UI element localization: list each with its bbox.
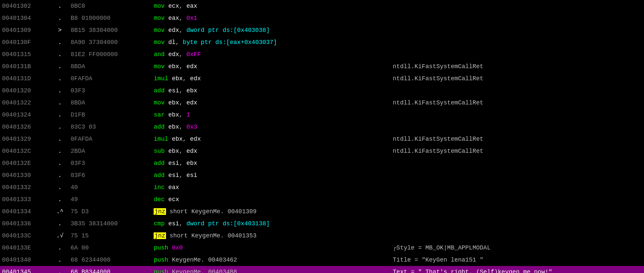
- instruction-cell: push 0x0: [152, 242, 391, 254]
- instruction-cell: inc eax: [152, 181, 391, 193]
- bytes-cell: 8B15 38304000: [69, 24, 152, 36]
- comment-cell: ntdll.KiFastSystemCallRet: [391, 145, 644, 157]
- instruction-cell: cmp esi, dword ptr ds:[0x403138]: [152, 218, 391, 230]
- comment-cell: [391, 157, 644, 169]
- table-row[interactable]: 00401330.03F6add esi, esi: [0, 169, 644, 181]
- table-row[interactable]: 00401333.49dec ecx: [0, 193, 644, 206]
- marker-cell: .^: [51, 206, 68, 218]
- bytes-cell: 0FAFDA: [69, 133, 152, 145]
- address-cell: 0040132C: [0, 145, 51, 157]
- table-row[interactable]: 00401329.0FAFDAimul ebx, edxntdll.KiFast…: [0, 133, 644, 145]
- instruction-cell: add esi, ebx: [152, 85, 391, 97]
- bytes-cell: 03F3: [69, 157, 152, 169]
- bytes-cell: 03F3: [69, 85, 152, 97]
- instruction-cell: add esi, esi: [152, 169, 391, 181]
- comment-cell: ntdll.KiFastSystemCallRet: [391, 60, 644, 73]
- address-cell: 00401340: [0, 254, 51, 266]
- bytes-cell: 83C3 03: [69, 121, 152, 133]
- marker-cell: >: [51, 24, 68, 36]
- instruction-cell: sar ebx, 1: [152, 109, 391, 121]
- comment-cell: [391, 206, 644, 218]
- marker-cell: .: [51, 12, 68, 24]
- table-row[interactable]: 00401309>8B15 38304000mov edx, dword ptr…: [0, 24, 644, 36]
- table-row[interactable]: 0040133E.6A 00push 0x0┌Style = MB_OK|MB_…: [0, 242, 644, 254]
- marker-cell: .: [51, 254, 68, 266]
- address-cell: 00401336: [0, 218, 51, 230]
- instruction-cell: mov dl, byte ptr ds:[eax+0x403037]: [152, 36, 391, 48]
- table-row[interactable]: 00401334.^75 D3jnz short KeygenMe. 00401…: [0, 206, 644, 218]
- bytes-cell: 40: [69, 181, 152, 193]
- marker-cell: .: [51, 121, 68, 133]
- table-row[interactable]: 0040131D.0FAFDAimul ebx, edxntdll.KiFast…: [0, 73, 644, 85]
- marker-cell: .: [51, 169, 68, 181]
- instruction-cell: push KeygenMe. 00403462: [152, 254, 391, 266]
- address-cell: 0040133C: [0, 230, 51, 242]
- bytes-cell: 8A90 37304000: [69, 36, 152, 48]
- comment-cell: [391, 218, 644, 230]
- bytes-cell: 75 15: [69, 230, 152, 242]
- table-row[interactable]: 0040132C.2BDAsub ebx, edxntdll.KiFastSys…: [0, 145, 644, 157]
- table-row[interactable]: 0040132E.03F3add esi, ebx: [0, 157, 644, 169]
- instruction-cell: dec ecx: [152, 193, 391, 206]
- comment-cell: [391, 0, 644, 12]
- table-row[interactable]: 00401326.83C3 03add ebx, 0x3: [0, 121, 644, 133]
- table-row[interactable]: 00401345.68 B8344000push KeygenMe. 00403…: [0, 266, 644, 273]
- bytes-cell: 8BDA: [69, 97, 152, 109]
- table-row[interactable]: 0040133C.√75 15jnz short KeygenMe. 00401…: [0, 230, 644, 242]
- address-cell: 00401322: [0, 97, 51, 109]
- table-row[interactable]: 00401332.40inc eax: [0, 181, 644, 193]
- address-cell: 00401302: [0, 0, 51, 12]
- address-cell: 00401329: [0, 133, 51, 145]
- bytes-cell: 8BC8: [69, 0, 152, 12]
- address-cell: 0040131D: [0, 73, 51, 85]
- comment-cell: ntdll.KiFastSystemCallRet: [391, 73, 644, 85]
- comment-cell: [391, 169, 644, 181]
- address-cell: 0040130F: [0, 36, 51, 48]
- comment-cell: Title = "KeyGen lena151 ": [391, 254, 644, 266]
- marker-cell: .: [51, 242, 68, 254]
- bytes-cell: 0FAFDA: [69, 73, 152, 85]
- table-row[interactable]: 00401302.8BC8mov ecx, eax: [0, 0, 644, 12]
- comment-cell: [391, 181, 644, 193]
- table-row[interactable]: 0040131B.8BDAmov ebx, edxntdll.KiFastSys…: [0, 60, 644, 73]
- bytes-cell: 2BDA: [69, 145, 152, 157]
- table-row[interactable]: 00401340.68 62344000push KeygenMe. 00403…: [0, 254, 644, 266]
- table-row[interactable]: 00401322.8BDAmov ebx, edxntdll.KiFastSys…: [0, 97, 644, 109]
- marker-cell: .: [51, 109, 68, 121]
- marker-cell: .: [51, 218, 68, 230]
- comment-cell: [391, 12, 644, 24]
- bytes-cell: D1FB: [69, 109, 152, 121]
- table-row[interactable]: 00401304.B8 01000000mov eax, 0x1: [0, 12, 644, 24]
- bytes-cell: 75 D3: [69, 206, 152, 218]
- table-row[interactable]: 00401324.D1FBsar ebx, 1: [0, 109, 644, 121]
- instruction-cell: mov ebx, edx: [152, 60, 391, 73]
- comment-cell: [391, 193, 644, 206]
- table-row[interactable]: 0040130F.8A90 37304000mov dl, byte ptr d…: [0, 36, 644, 48]
- instruction-cell: mov eax, 0x1: [152, 12, 391, 24]
- instruction-cell: and edx, 0xFF: [152, 48, 391, 60]
- address-cell: 00401320: [0, 85, 51, 97]
- table-row[interactable]: 00401336.3B35 38314000cmp esi, dword ptr…: [0, 218, 644, 230]
- bytes-cell: 81E2 FF000000: [69, 48, 152, 60]
- marker-cell: .: [51, 0, 68, 12]
- address-cell: 00401345: [0, 266, 51, 273]
- marker-cell: .: [51, 145, 68, 157]
- bytes-cell: 03F6: [69, 169, 152, 181]
- address-cell: 00401309: [0, 24, 51, 36]
- table-row[interactable]: 00401315.81E2 FF000000and edx, 0xFF: [0, 48, 644, 60]
- marker-cell: .: [51, 48, 68, 60]
- comment-cell: [391, 109, 644, 121]
- instruction-cell: add esi, ebx: [152, 157, 391, 169]
- instruction-cell: jnz short KeygenMe. 00401353: [152, 230, 391, 242]
- instruction-cell: mov edx, dword ptr ds:[0x403038]: [152, 24, 391, 36]
- marker-cell: .: [51, 36, 68, 48]
- table-row[interactable]: 00401320.03F3add esi, ebx: [0, 85, 644, 97]
- address-cell: 00401332: [0, 181, 51, 193]
- disassembly-table: 00401302.8BC8mov ecx, eax00401304.B8 010…: [0, 0, 644, 273]
- comment-cell: [391, 24, 644, 36]
- address-cell: 00401304: [0, 12, 51, 24]
- bytes-cell: 49: [69, 193, 152, 206]
- bytes-cell: 6A 00: [69, 242, 152, 254]
- address-cell: 00401330: [0, 169, 51, 181]
- comment-cell: Text = " That's right. (Self)keygen me n…: [391, 266, 644, 273]
